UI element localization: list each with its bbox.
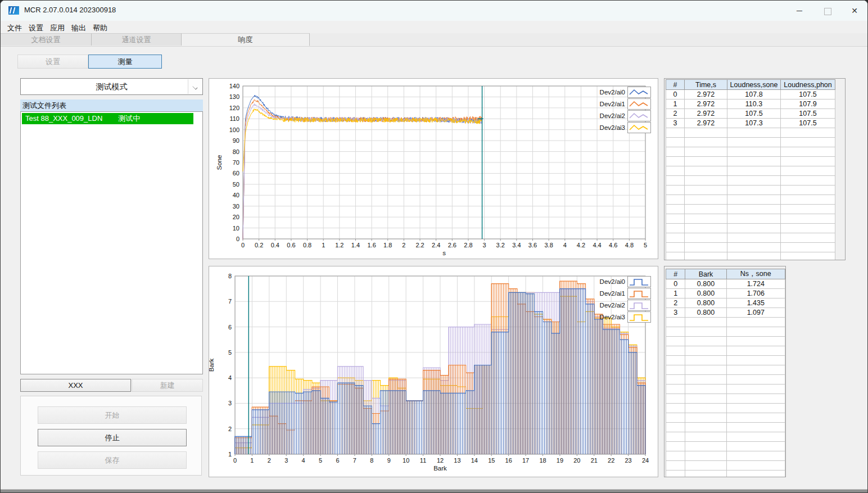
- table-row-empty: [666, 233, 835, 243]
- step-series-icon: [627, 276, 651, 287]
- save-button[interactable]: 保存: [38, 451, 187, 469]
- table-row[interactable]: 20.8001.435: [666, 298, 785, 308]
- table-row[interactable]: 30.8001.097: [666, 308, 785, 318]
- table-row[interactable]: 00.8001.724: [666, 279, 785, 289]
- menu-file[interactable]: 文件: [5, 22, 24, 34]
- table-cell: 107.3: [727, 119, 781, 128]
- legend-item: Dev2/ai2: [596, 110, 651, 121]
- tab-channel-settings[interactable]: 通道设置: [92, 33, 182, 46]
- table-cell: 110.3: [727, 99, 781, 109]
- table-row[interactable]: 12.972110.3107.9: [666, 99, 835, 109]
- legend-item: Dev2/ai0: [596, 86, 651, 98]
- close-button[interactable]: ✕: [842, 1, 867, 21]
- line-series-icon: [627, 98, 651, 110]
- svg-text:140: 140: [229, 83, 239, 89]
- table-row-empty: [666, 243, 835, 252]
- svg-text:3.6: 3.6: [528, 242, 537, 248]
- menu-output[interactable]: 输出: [69, 22, 88, 34]
- svg-text:5: 5: [228, 349, 232, 356]
- table-row-empty: [666, 404, 785, 413]
- table-row[interactable]: 02.972107.8107.5: [666, 90, 835, 99]
- tab-document-settings[interactable]: 文档设置: [1, 33, 92, 46]
- svg-text:2.6: 2.6: [448, 242, 456, 248]
- svg-text:10: 10: [403, 457, 409, 464]
- svg-text:0.4: 0.4: [271, 242, 279, 248]
- specific-loudness-table[interactable]: #BarkNs，sone00.8001.72410.8001.70620.800…: [666, 269, 785, 477]
- svg-text:3: 3: [284, 457, 288, 464]
- table-row-empty: [666, 166, 835, 176]
- table-row-empty: [666, 205, 835, 214]
- table-row[interactable]: 22.972107.5107.5: [666, 109, 835, 119]
- menu-help[interactable]: 帮助: [91, 22, 110, 34]
- svg-text:40: 40: [233, 192, 239, 198]
- table-row-empty: [666, 356, 785, 365]
- table-row-empty: [666, 195, 835, 205]
- legend-label: Dev2/ai0: [596, 89, 625, 96]
- loudness-table[interactable]: #Time,sLoudness,soneLoudness,phon02.9721…: [666, 79, 835, 260]
- table-cell: 2: [666, 109, 685, 119]
- line-series-icon: [627, 122, 651, 133]
- table-row[interactable]: 32.972107.3107.5: [666, 119, 835, 128]
- svg-text:9: 9: [387, 457, 391, 464]
- svg-text:0.8: 0.8: [303, 242, 311, 248]
- svg-text:5: 5: [644, 242, 647, 248]
- svg-text:4.8: 4.8: [625, 242, 634, 248]
- loudness-time-chart-svg[interactable]: 00.20.40.60.811.21.41.61.822.22.42.62.83…: [209, 79, 658, 259]
- minimize-button[interactable]: ─: [786, 1, 812, 21]
- maximize-icon: [824, 8, 831, 15]
- table-row-empty: [666, 375, 785, 385]
- table-cell: 2.972: [685, 99, 727, 109]
- legend-label: Dev2/ai2: [596, 112, 625, 119]
- svg-text:11: 11: [420, 457, 426, 464]
- svg-text:3.8: 3.8: [545, 242, 553, 248]
- table-cell: 1.435: [726, 298, 785, 308]
- loudness-time-chart[interactable]: 00.20.40.60.811.21.41.61.822.22.42.62.83…: [209, 78, 658, 259]
- new-button[interactable]: 新建: [132, 379, 203, 392]
- table-cell: 107.5: [781, 119, 835, 128]
- maximize-button[interactable]: [815, 1, 840, 21]
- svg-text:4.4: 4.4: [593, 242, 601, 248]
- svg-text:7: 7: [353, 457, 356, 464]
- specific-loudness-chart-svg[interactable]: 0123456789101112131415161718192021222324…: [209, 266, 658, 477]
- svg-text:60: 60: [233, 170, 239, 177]
- step-series-icon: [627, 300, 651, 311]
- loudness-chart-legend: Dev2/ai0Dev2/ai1Dev2/ai2Dev2/ai3: [596, 86, 651, 133]
- subtab-measure[interactable]: 测量: [88, 55, 162, 69]
- subtab-settings[interactable]: 设置: [17, 55, 88, 69]
- chevron-down-icon: [188, 79, 202, 94]
- svg-text:2.8: 2.8: [464, 242, 472, 248]
- tab-loudness[interactable]: 响度: [182, 33, 310, 46]
- table-row-empty: [666, 214, 835, 224]
- table-row[interactable]: 10.8001.706: [666, 289, 785, 298]
- svg-text:10: 10: [233, 225, 239, 232]
- table-row-empty: [666, 337, 785, 346]
- legend-item: Dev2/ai3: [596, 311, 651, 323]
- svg-text:13: 13: [454, 457, 460, 464]
- table-cell: 1.724: [726, 279, 785, 289]
- stop-button[interactable]: 停止: [38, 429, 187, 446]
- specific-loudness-chart[interactable]: 0123456789101112131415161718192021222324…: [209, 266, 658, 477]
- start-button[interactable]: 开始: [38, 406, 187, 424]
- xxx-button[interactable]: XXX: [20, 379, 131, 392]
- test-file-name: Test 88_XXX_009_LDN: [25, 114, 102, 123]
- test-file-status: 测试中: [118, 114, 140, 123]
- list-item-test-file[interactable]: Test 88_XXX_009_LDN测试中: [22, 113, 193, 124]
- svg-text:2.2: 2.2: [415, 242, 424, 248]
- window-bottom-edge: [1, 489, 868, 493]
- svg-text:8: 8: [228, 273, 232, 279]
- line-series-icon: [627, 110, 651, 121]
- table-cell: 0.800: [685, 308, 726, 318]
- svg-text:110: 110: [229, 115, 239, 122]
- test-mode-select[interactable]: 测试模式: [20, 78, 203, 95]
- svg-text:1.6: 1.6: [367, 242, 376, 248]
- table-row-empty: [666, 224, 835, 233]
- svg-text:2: 2: [228, 426, 232, 432]
- table-cell: 3: [666, 119, 685, 128]
- menu-apply[interactable]: 应用: [48, 22, 67, 34]
- menu-settings[interactable]: 设置: [26, 22, 46, 34]
- table-cell: 0.800: [685, 279, 726, 289]
- table-row-empty: [666, 461, 785, 471]
- table-row-empty: [666, 327, 785, 337]
- svg-text:80: 80: [233, 148, 239, 155]
- svg-text:4: 4: [228, 374, 232, 381]
